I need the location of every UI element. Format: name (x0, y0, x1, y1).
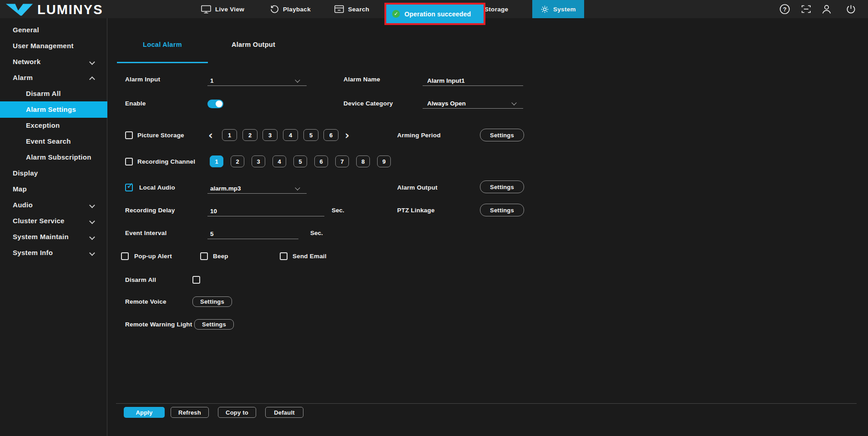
sidebar: General User Management Network Alarm Di… (0, 18, 107, 436)
alarm-name-label: Alarm Name (343, 76, 380, 83)
rec-channel-6[interactable]: 6 (314, 155, 328, 167)
ptz-linkage-settings-button[interactable]: Settings (480, 204, 524, 216)
local-audio-checkbox[interactable]: ✓ (125, 184, 133, 191)
chevron-down-icon (89, 250, 95, 256)
ps-channel-4[interactable]: 4 (283, 129, 298, 141)
remote-voice-settings-button[interactable]: Settings (192, 296, 232, 307)
beep-checkbox[interactable] (200, 252, 208, 260)
rec-channel-9[interactable]: 9 (377, 155, 391, 167)
chevron-down-icon (89, 218, 95, 224)
enable-label: Enable (125, 100, 146, 107)
popup-alert-label: Pop-up Alert (134, 253, 172, 260)
chevron-down-icon (89, 234, 95, 240)
local-audio-select[interactable]: alarm.mp3 (207, 182, 307, 194)
toast-success: ✓ Operation succeeded (386, 5, 484, 23)
enable-toggle[interactable] (207, 100, 223, 108)
recording-delay-unit: Sec. (332, 207, 344, 214)
apply-button[interactable]: Apply (124, 407, 165, 418)
event-interval-input[interactable]: 5 (207, 228, 298, 239)
sidebar-item-audio[interactable]: Audio (0, 197, 107, 213)
chevron-down-icon (89, 59, 95, 65)
sidebar-item-user-management[interactable]: User Management (0, 38, 107, 54)
arming-period-settings-button[interactable]: Settings (480, 129, 524, 141)
prev-channels-icon[interactable]: ‹ (208, 130, 213, 141)
chevron-down-icon (295, 185, 300, 190)
power-icon[interactable] (845, 4, 856, 15)
scan-icon[interactable] (801, 4, 812, 15)
rec-channel-7[interactable]: 7 (335, 155, 349, 167)
sidebar-item-event-search[interactable]: Event Search (0, 133, 107, 150)
sidebar-item-alarm[interactable]: Alarm (0, 70, 107, 86)
sidebar-item-general[interactable]: General (0, 22, 107, 38)
user-icon[interactable] (821, 4, 832, 15)
rec-channel-3[interactable]: 3 (252, 155, 265, 167)
nav-storage[interactable]: Storage (484, 0, 508, 18)
local-audio-label: Local Audio (139, 184, 175, 191)
rec-channel-4[interactable]: 4 (273, 155, 286, 167)
sidebar-item-network[interactable]: Network (0, 54, 107, 70)
ps-channel-3[interactable]: 3 (262, 129, 278, 141)
recording-channel-checkbox[interactable] (125, 158, 133, 165)
picture-storage-checkbox[interactable] (125, 131, 133, 139)
recording-delay-label: Recording Delay (125, 207, 175, 214)
next-channels-icon[interactable]: › (345, 130, 349, 141)
ptz-linkage-label: PTZ Linkage (397, 207, 434, 214)
refresh-button[interactable]: Refresh (171, 407, 209, 418)
nav-system[interactable]: System (532, 0, 584, 18)
alarm-input-select[interactable]: 1 (207, 75, 307, 86)
recording-delay-input[interactable]: 10 (207, 205, 324, 216)
ps-channel-2[interactable]: 2 (242, 129, 257, 141)
chevron-down-icon (89, 202, 95, 208)
rec-channel-5[interactable]: 5 (293, 155, 307, 167)
alarm-output-label: Alarm Output (397, 184, 438, 191)
rec-channel-1[interactable]: 1 (210, 155, 223, 167)
nav-playback[interactable]: Playback (270, 0, 311, 18)
event-interval-label: Event Interval (125, 230, 167, 236)
chevron-down-icon (511, 100, 516, 105)
sidebar-item-disarm-all[interactable]: Disarm All (0, 85, 107, 102)
disarm-all-checkbox[interactable] (192, 276, 200, 284)
arming-period-label: Arming Period (397, 132, 441, 139)
tab-local-alarm[interactable]: Local Alarm (117, 41, 208, 48)
alarm-input-label: Alarm Input (125, 76, 160, 83)
toast-text: Operation succeeded (404, 10, 471, 18)
tab-alarm-output[interactable]: Alarm Output (208, 41, 299, 48)
ps-channel-1[interactable]: 1 (222, 129, 237, 141)
playback-icon (270, 5, 279, 14)
sidebar-item-display[interactable]: Display (0, 165, 107, 181)
device-category-select[interactable]: Always Open (423, 97, 523, 109)
sidebar-item-exception[interactable]: Exception (0, 117, 107, 134)
nav-search[interactable]: Search (334, 0, 369, 18)
nav-live-view-label: Live View (215, 6, 244, 13)
help-icon[interactable]: ? (779, 4, 790, 15)
popup-alert-checkbox[interactable] (121, 252, 129, 260)
default-button[interactable]: Default (265, 407, 303, 418)
alarm-output-settings-button[interactable]: Settings (480, 180, 524, 193)
rec-channel-2[interactable]: 2 (231, 155, 244, 167)
sidebar-item-alarm-settings[interactable]: Alarm Settings (0, 101, 107, 118)
event-interval-unit: Sec. (310, 230, 323, 236)
ps-channel-6[interactable]: 6 (323, 129, 338, 141)
sidebar-item-system-info[interactable]: System Info (0, 245, 107, 261)
sidebar-item-map[interactable]: Map (0, 181, 107, 197)
recording-channel-label: Recording Channel (137, 158, 195, 165)
sidebar-item-cluster-service[interactable]: Cluster Service (0, 213, 107, 229)
chevron-down-icon (295, 77, 300, 82)
alarm-name-input[interactable]: Alarm Input1 (423, 75, 523, 86)
checkmark-icon: ✓ (126, 180, 134, 190)
copy-to-button[interactable]: Copy to (218, 407, 256, 418)
nav-playback-label: Playback (283, 6, 311, 13)
nav-system-label: System (553, 6, 576, 13)
svg-text:?: ? (783, 6, 787, 13)
nav-live-view[interactable]: Live View (201, 0, 244, 18)
toast-annotation-box: ✓ Operation succeeded (384, 3, 485, 25)
ps-channel-5[interactable]: 5 (303, 129, 318, 141)
rec-channel-8[interactable]: 8 (356, 155, 370, 167)
send-email-label: Send Email (293, 253, 327, 260)
sidebar-item-alarm-subscription[interactable]: Alarm Subscription (0, 149, 107, 165)
remote-warning-light-settings-button[interactable]: Settings (194, 319, 234, 330)
device-category-label: Device Category (343, 100, 393, 107)
brand-logo-icon (5, 3, 34, 17)
send-email-checkbox[interactable] (280, 252, 288, 260)
sidebar-item-system-maintain[interactable]: System Maintain (0, 229, 107, 245)
